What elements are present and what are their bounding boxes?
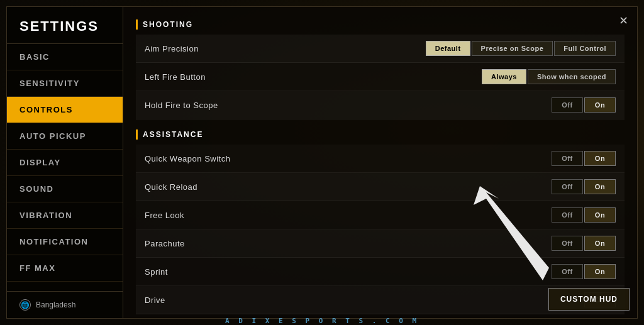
quick-reload-row: Quick Reload Off On <box>136 173 625 201</box>
watermark: A D I X E S P O R T S . C O M <box>225 317 419 325</box>
parachute-on-btn[interactable]: On <box>584 236 616 251</box>
shooting-section-header: SHOOTING <box>136 19 625 30</box>
free-look-off-btn[interactable]: Off <box>552 207 583 223</box>
custom-hud-button[interactable]: CUSTOM HUD <box>548 288 630 311</box>
aim-precision-controls: Default Precise on Scope Full Control <box>426 41 616 56</box>
free-look-controls: Off On <box>552 207 616 223</box>
quick-reload-label: Quick Reload <box>145 182 552 192</box>
globe-icon: 🌐 <box>19 299 31 311</box>
sprint-row: Sprint Off On <box>136 258 625 286</box>
hold-fire-label: Hold Fire to Scope <box>145 101 552 110</box>
sidebar-footer: 🌐 Bangladesh <box>7 291 123 318</box>
sidebar-item-controls[interactable]: CONTROLS <box>7 97 123 123</box>
settings-title: SETTINGS <box>7 7 123 44</box>
sidebar-item-basic[interactable]: BASIC <box>7 44 123 70</box>
region-label: Bangladesh <box>36 300 75 309</box>
quick-weapon-controls: Off On <box>552 151 616 166</box>
sidebar-item-vibration[interactable]: VIBRATION <box>7 202 123 229</box>
parachute-row: Parachute Off On <box>136 229 625 258</box>
quick-reload-off-btn[interactable]: Off <box>552 179 583 194</box>
settings-window: SETTINGS BASIC SENSITIVITY CONTROLS AUTO… <box>6 6 638 319</box>
free-look-row: Free Look Off On <box>136 201 625 229</box>
sprint-controls: Off On <box>552 264 616 279</box>
quick-reload-controls: Off On <box>552 179 616 194</box>
sidebar-item-ffmax[interactable]: FF MAX <box>7 255 123 282</box>
sprint-off-btn[interactable]: Off <box>552 264 583 279</box>
aim-precision-row: Aim Precision Default Precise on Scope F… <box>136 35 625 63</box>
close-button[interactable]: ✕ <box>614 12 632 30</box>
left-fire-row: Left Fire Button Always Show when scoped <box>136 63 625 91</box>
quick-weapon-off-btn[interactable]: Off <box>552 151 583 166</box>
assistance-section-header: ASSISTANCE <box>136 129 625 140</box>
quick-weapon-on-btn[interactable]: On <box>584 151 616 166</box>
aim-precision-label: Aim Precision <box>145 44 426 53</box>
parachute-label: Parachute <box>145 239 552 248</box>
sidebar-item-notification[interactable]: NOTIFICATION <box>7 229 123 255</box>
hold-fire-row: Hold Fire to Scope Off On <box>136 91 625 119</box>
drive-label: Drive <box>145 295 577 305</box>
shooting-section-title: SHOOTING <box>143 20 193 29</box>
parachute-off-btn[interactable]: Off <box>552 236 583 251</box>
section-bar-assistance <box>136 129 138 140</box>
main-content: ✕ SHOOTING Aim Precision Default Precise… <box>123 7 637 318</box>
hold-fire-controls: Off On <box>552 97 616 113</box>
sidebar-item-auto-pickup[interactable]: AUTO PICKUP <box>7 123 123 150</box>
sidebar: SETTINGS BASIC SENSITIVITY CONTROLS AUTO… <box>7 7 123 318</box>
sprint-label: Sprint <box>145 267 552 277</box>
sprint-on-btn[interactable]: On <box>584 264 616 279</box>
sidebar-item-display[interactable]: DISPLAY <box>7 150 123 176</box>
free-look-on-btn[interactable]: On <box>584 207 616 223</box>
aim-precision-precise-btn[interactable]: Precise on Scope <box>472 41 553 56</box>
parachute-controls: Off On <box>552 236 616 251</box>
section-bar-shooting <box>136 19 138 30</box>
left-fire-controls: Always Show when scoped <box>482 69 616 84</box>
free-look-label: Free Look <box>145 211 552 220</box>
aim-precision-default-btn[interactable]: Default <box>426 41 470 56</box>
quick-weapon-label: Quick Weapon Switch <box>145 154 552 163</box>
sidebar-item-sensitivity[interactable]: SENSITIVITY <box>7 70 123 97</box>
assistance-section-title: ASSISTANCE <box>143 130 203 139</box>
quick-weapon-row: Quick Weapon Switch Off On <box>136 145 625 173</box>
hold-fire-on-btn[interactable]: On <box>584 97 616 113</box>
sidebar-item-sound[interactable]: SOUND <box>7 176 123 202</box>
quick-reload-on-btn[interactable]: On <box>584 179 616 194</box>
left-fire-always-btn[interactable]: Always <box>482 69 526 84</box>
hold-fire-off-btn[interactable]: Off <box>552 97 583 113</box>
left-fire-scoped-btn[interactable]: Show when scoped <box>528 69 616 84</box>
aim-precision-full-btn[interactable]: Full Control <box>554 41 616 56</box>
left-fire-label: Left Fire Button <box>145 72 482 82</box>
